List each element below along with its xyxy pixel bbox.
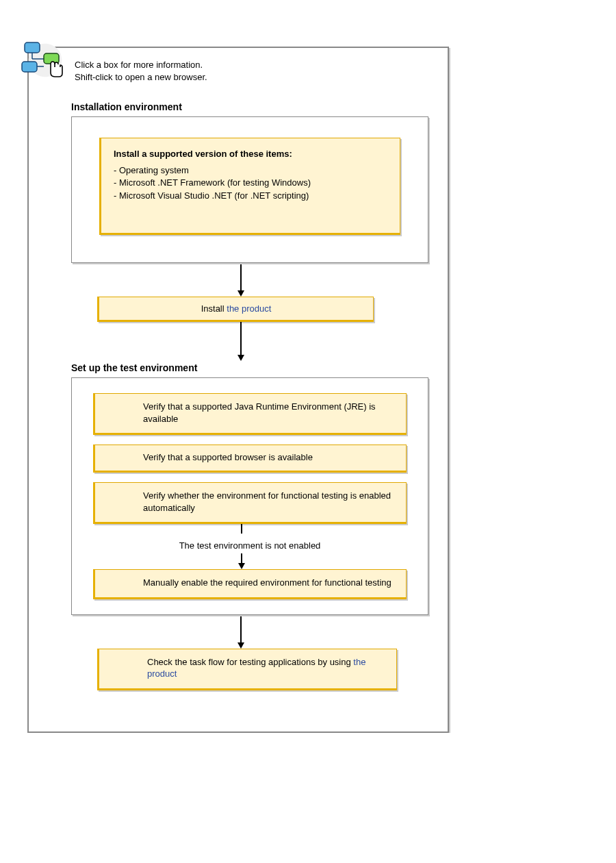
supported-item: - Microsoft Visual Studio .NET (for .NET…	[114, 190, 387, 203]
box-verify-jre[interactable]: Verify that a supported Java Runtime Env…	[93, 393, 407, 435]
task-flow-prefix: Check the task flow for testing applicat…	[147, 657, 353, 667]
step-text: Manually enable the required environment…	[143, 577, 392, 588]
step-text: Verify that a supported browser is avail…	[143, 452, 313, 462]
box-install-product[interactable]: Install the product	[97, 297, 374, 322]
diagram-container: Click a box for more information. Shift-…	[27, 47, 449, 733]
box-verify-auto-enable[interactable]: Verify whether the environment for funct…	[93, 482, 407, 524]
arrow	[235, 553, 248, 569]
section-install-env: Install a supported version of these ite…	[71, 116, 428, 263]
supported-list: - Operating system - Microsoft .NET Fram…	[114, 164, 387, 203]
supported-item: - Operating system	[114, 164, 387, 177]
header-line2: Shift-click to open a new browser.	[75, 71, 207, 84]
header-note: Click a box for more information. Shift-…	[75, 59, 207, 83]
box-verify-browser[interactable]: Verify that a supported browser is avail…	[93, 445, 407, 473]
arrow	[234, 615, 248, 649]
arrow	[234, 322, 248, 361]
branch-label: The test environment is not enabled	[86, 540, 414, 551]
header-line1: Click a box for more information.	[75, 59, 207, 71]
supported-item: - Microsoft .NET Framework (for testing …	[114, 177, 387, 190]
section-test-env: Verify that a supported Java Runtime Env…	[71, 377, 428, 615]
box-manual-enable[interactable]: Manually enable the required environment…	[93, 569, 407, 599]
step-text: Verify that a supported Java Runtime Env…	[143, 401, 376, 424]
supported-heading: Install a supported version of these ite…	[114, 148, 387, 160]
box-task-flow[interactable]: Check the task flow for testing applicat…	[97, 649, 397, 690]
svg-rect-0	[25, 42, 40, 53]
section-title-test-env: Set up the test environment	[71, 362, 448, 373]
arrow	[235, 524, 248, 534]
step-text: Verify whether the environment for funct…	[143, 490, 391, 513]
svg-rect-3	[22, 62, 37, 72]
box-install-supported[interactable]: Install a supported version of these ite…	[99, 138, 400, 235]
install-product-link: the product	[227, 303, 271, 314]
flowchart-icon	[21, 41, 70, 84]
arrow	[234, 263, 248, 297]
install-product-prefix: Install	[201, 303, 227, 314]
section-title-install-env: Installation environment	[71, 101, 448, 112]
